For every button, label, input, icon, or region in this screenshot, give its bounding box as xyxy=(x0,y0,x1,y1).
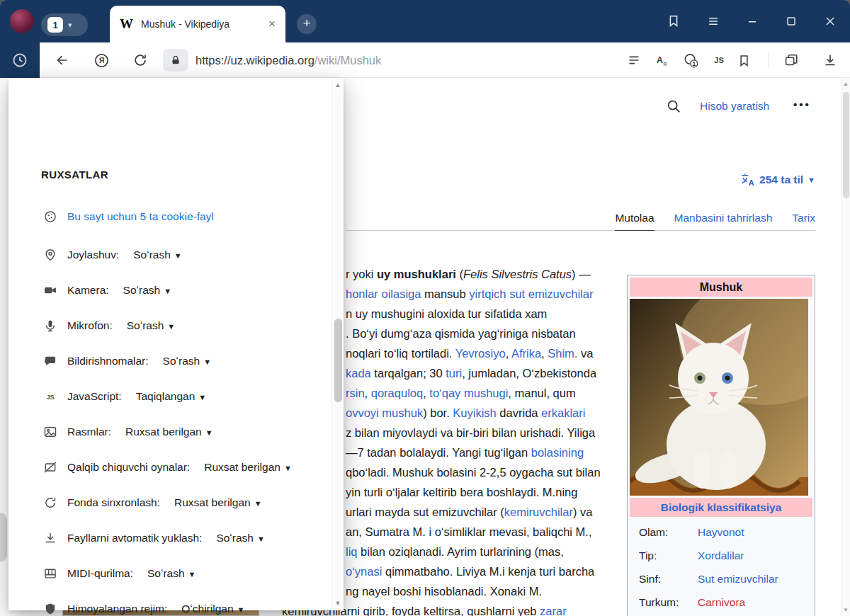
reader-mode-icon[interactable] xyxy=(625,52,642,69)
lock-icon xyxy=(169,54,182,67)
close-icon[interactable] xyxy=(822,13,839,30)
browser-logo[interactable] xyxy=(10,9,34,33)
infobox-row-link[interactable]: Carnivora xyxy=(698,596,745,609)
cookies-row[interactable]: Bu sayt uchun 5 ta cookie-fayl xyxy=(42,209,214,224)
permission-value-dropdown[interactable]: Taqiqlangan▼ xyxy=(136,390,207,403)
article-link[interactable]: Shim. xyxy=(548,347,577,360)
javascript-status-icon[interactable]: JS xyxy=(710,52,727,69)
language-selector[interactable]: A 254 ta til ▼ xyxy=(740,172,815,187)
article-link[interactable]: kada xyxy=(346,367,371,380)
scroll-down-icon[interactable]: ▼ xyxy=(842,607,850,613)
permission-value-dropdown[interactable]: Oʻchirilgan▼ xyxy=(181,603,244,615)
sidebar-handle[interactable] xyxy=(0,513,7,562)
article-link[interactable]: Kuyikish xyxy=(453,406,496,419)
translate-icon[interactable]: Aя xyxy=(654,52,671,69)
article-link[interactable]: toʻqay mushugi xyxy=(429,387,508,399)
article-text: ) bor. xyxy=(423,406,453,419)
article-link[interactable]: qoraquloq xyxy=(371,387,423,399)
site-notifications-icon[interactable]: 1 xyxy=(682,52,699,69)
infobox-row-label: Sinf: xyxy=(630,573,698,586)
tab-close-icon[interactable]: × xyxy=(268,17,276,31)
article-text-line: . Boʻyi dumgʻaza qismida yagʻriniga nisb… xyxy=(346,327,576,341)
microphone-icon xyxy=(42,318,58,333)
back-button[interactable] xyxy=(54,52,71,69)
permission-value-dropdown[interactable]: Ruxsat berilgan▼ xyxy=(174,496,262,509)
article-link[interactable]: Afrika xyxy=(511,347,541,360)
panel-scrollbar[interactable]: ▲ ▼ xyxy=(332,78,344,610)
more-options-button[interactable]: ••• xyxy=(793,98,811,110)
permission-label: MIDI-qurilma: xyxy=(67,567,133,580)
permission-value-dropdown[interactable]: Soʻrash▼ xyxy=(216,532,264,544)
article-text: , xyxy=(541,347,548,360)
permission-value-dropdown[interactable]: Ruxsat berilgan▼ xyxy=(125,426,213,438)
history-sidebar-button[interactable] xyxy=(0,42,40,78)
tab-groups-icon[interactable] xyxy=(783,52,800,69)
permission-row-location: Joylashuv:Soʻrash▼ xyxy=(42,237,326,273)
chevron-down-icon: ▼ xyxy=(188,570,196,578)
background-sync-icon xyxy=(42,495,58,511)
permissions-title: RUXSATLAR xyxy=(41,169,108,181)
new-tab-button[interactable]: + xyxy=(297,14,317,34)
permission-value-dropdown[interactable]: Soʻrash▼ xyxy=(127,319,175,332)
permission-value-dropdown[interactable]: Soʻrash▼ xyxy=(147,567,196,580)
article-tab-tarix[interactable]: Tarix xyxy=(792,212,815,230)
refresh-icon[interactable] xyxy=(132,52,149,69)
address-bar[interactable]: https://uz.wikipedia.org/wiki/Mushuk xyxy=(196,42,381,78)
article-link[interactable]: turi xyxy=(446,367,462,380)
maximize-icon[interactable] xyxy=(783,13,800,30)
article-tab-mutolaa[interactable]: Mutolaa xyxy=(615,212,654,231)
midi-icon xyxy=(42,566,58,581)
infobox-section-header[interactable]: Biologik klassifikatsiya xyxy=(630,498,812,517)
scroll-down-icon[interactable]: ▼ xyxy=(332,600,344,607)
permission-value-dropdown[interactable]: Soʻrash▼ xyxy=(163,355,211,367)
permission-value-dropdown[interactable]: Soʻrash▼ xyxy=(123,284,171,297)
downloads-icon[interactable] xyxy=(822,52,839,69)
infobox-row: Turkum:Carnivora xyxy=(630,591,812,614)
infobox-row-label: Turkum: xyxy=(630,596,698,609)
scroll-up-icon[interactable]: ▲ xyxy=(332,81,344,89)
article-text: tarqalgan; 30 xyxy=(371,367,446,380)
cookies-link[interactable]: Bu sayt uchun 5 ta cookie-fayl xyxy=(67,210,214,223)
article-link[interactable]: Yevrosiyo xyxy=(455,347,506,360)
create-account-link[interactable]: Hisob yaratish xyxy=(700,100,769,113)
infobox-row-label: Tip: xyxy=(630,549,698,562)
active-tab[interactable]: W Mushuk - Vikipediya × xyxy=(110,6,285,42)
article-link[interactable]: oʻynasi xyxy=(346,565,382,578)
article-link[interactable]: ovvoyi mushuk xyxy=(346,406,423,419)
article-tab-manbasini-tahrirlash[interactable]: Manbasini tahrirlash xyxy=(674,212,773,230)
page-scrollbar[interactable]: ▲ ▼ xyxy=(841,78,850,616)
collections-flag-icon[interactable] xyxy=(665,13,682,30)
article-link[interactable]: rsin xyxy=(346,387,365,399)
chevron-down-icon: ▼ xyxy=(174,251,182,260)
minimize-icon[interactable] xyxy=(744,13,761,30)
article-link[interactable]: honlar oilasiga xyxy=(346,287,421,300)
page-scrollbar-thumb[interactable] xyxy=(843,92,849,198)
infobox-row-link[interactable]: Sut emizuvchilar xyxy=(698,573,778,586)
infobox-row: Sinf:Sut emizuvchilar xyxy=(630,567,812,591)
permission-row-javascript: JSJavaScript:Taqiqlangan▼ xyxy=(42,379,326,414)
article-link[interactable]: liq xyxy=(346,545,358,558)
article-link[interactable]: erkaklari xyxy=(541,406,585,419)
infobox-row-link[interactable]: Xordalilar xyxy=(698,549,744,562)
article-link[interactable]: kemiruvchilar xyxy=(504,506,573,518)
chevron-down-icon: ▼ xyxy=(205,428,213,437)
article-text-line: yin turli oʻljalar keltirib bera boshlay… xyxy=(346,486,577,499)
permission-row-auto-download: Fayllarni avtomatik yuklash:Soʻrash▼ xyxy=(42,520,326,556)
svg-text:A: A xyxy=(749,178,754,187)
scroll-up-icon[interactable]: ▲ xyxy=(842,81,850,87)
infobox-row: Tip:Xordalilar xyxy=(630,544,812,567)
panel-scrollbar-thumb[interactable] xyxy=(334,319,342,402)
menu-icon[interactable] xyxy=(705,13,722,30)
infobox-row-link[interactable]: Hayvonot xyxy=(698,526,744,539)
tab-group-chip[interactable]: 1 ▾ xyxy=(41,13,88,36)
article-link[interactable]: yirtqich sut emizuvchilar xyxy=(469,287,593,300)
bookmark-flag-icon[interactable] xyxy=(735,52,752,69)
site-permissions-lock-button[interactable] xyxy=(163,49,188,72)
article-text: ) va xyxy=(573,506,593,518)
permission-value-dropdown[interactable]: Ruxsat berilgan▼ xyxy=(204,461,292,474)
article-link[interactable]: bolasining xyxy=(531,446,584,459)
search-icon[interactable] xyxy=(666,98,681,114)
article-link[interactable]: zarar xyxy=(540,605,567,616)
permission-value-dropdown[interactable]: Soʻrash▼ xyxy=(133,249,181,261)
yandex-search-icon[interactable]: Я xyxy=(93,52,110,69)
